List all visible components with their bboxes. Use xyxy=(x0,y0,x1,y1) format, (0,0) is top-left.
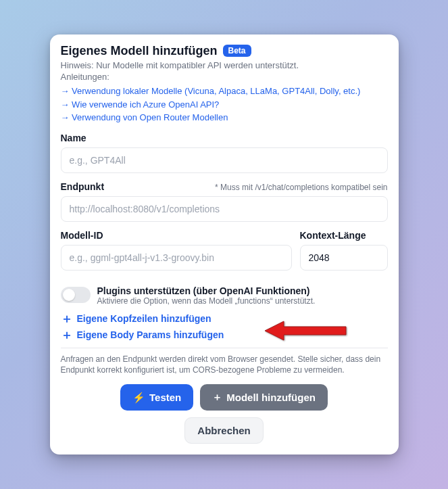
cancel-button[interactable]: Abbrechen xyxy=(184,417,263,444)
test-button[interactable]: ⚡ Testen xyxy=(120,384,193,411)
field-model-id: Modell-ID xyxy=(61,230,292,271)
divider xyxy=(61,348,388,348)
field-context-length: Kontext-Länge xyxy=(300,230,388,271)
compat-hint: Hinweis: Nur Modelle mit kompatibler API… xyxy=(61,60,388,72)
plugins-toggle[interactable] xyxy=(61,287,91,303)
label-endpoint: Endpunkt xyxy=(61,181,105,192)
bolt-icon: ⚡ xyxy=(132,392,145,404)
field-endpoint: Endpunkt * Muss mit /v1/chat/completions… xyxy=(61,181,388,222)
label-context-length: Kontext-Länge xyxy=(300,230,366,241)
guides-label: Anleitungen: xyxy=(61,71,388,83)
test-label: Testen xyxy=(149,392,181,403)
action-buttons: ⚡ Testen ＋ Modell hinzufügen xyxy=(61,384,388,411)
plugins-text: Plugins unterstützen (über OpenAI Funkti… xyxy=(97,285,316,306)
dialog-header: Eigenes Modell hinzufügen Beta xyxy=(61,44,388,58)
endpoint-input[interactable] xyxy=(61,196,388,222)
plugins-row: Plugins unterstützen (über OpenAI Funkti… xyxy=(61,285,388,306)
plus-icon: ＋ xyxy=(61,312,73,325)
name-input[interactable] xyxy=(61,147,388,173)
add-model-dialog: Eigenes Modell hinzufügen Beta Hinweis: … xyxy=(50,34,399,455)
guide-links: → Verwendung lokaler Modelle (Vicuna, Al… xyxy=(61,85,388,124)
cors-footnote: Anfragen an den Endpunkt werden direkt v… xyxy=(61,354,388,377)
add-headers-label: Eigene Kopfzeilen hinzufügen xyxy=(77,313,211,324)
plugins-sub: Aktiviere die Option, wenn das Modell „f… xyxy=(97,296,316,306)
plugins-title: Plugins unterstützen (über OpenAI Funkti… xyxy=(97,285,316,296)
plus-icon: ＋ xyxy=(61,329,73,341)
label-name: Name xyxy=(61,133,86,143)
toggle-knob xyxy=(63,289,75,301)
cancel-label: Abbrechen xyxy=(197,425,250,436)
add-headers-button[interactable]: ＋ Eigene Kopfzeilen hinzufügen xyxy=(61,312,388,325)
field-name: Name xyxy=(61,133,388,173)
plus-icon: ＋ xyxy=(212,391,222,404)
link-local-models[interactable]: → Verwendung lokaler Modelle (Vicuna, Al… xyxy=(61,85,388,98)
model-id-input[interactable] xyxy=(61,245,292,271)
link-azure-openai[interactable]: → Wie verwende ich Azure OpenAI API? xyxy=(61,98,388,112)
beta-badge: Beta xyxy=(223,45,251,57)
context-length-input[interactable] xyxy=(300,245,388,271)
add-body-params-button[interactable]: ＋ Eigene Body Params hinzufügen xyxy=(61,329,388,341)
add-body-params-label: Eigene Body Params hinzufügen xyxy=(77,329,224,340)
label-model-id: Modell-ID xyxy=(61,230,103,241)
dialog-title: Eigenes Modell hinzufügen xyxy=(61,44,218,58)
link-open-router[interactable]: → Verwendung von Open Router Modellen xyxy=(61,111,388,124)
endpoint-note: * Muss mit /v1/chat/completions kompatib… xyxy=(215,183,387,192)
add-model-button[interactable]: ＋ Modell hinzufügen xyxy=(200,384,328,411)
add-model-label: Modell hinzufügen xyxy=(226,392,316,403)
